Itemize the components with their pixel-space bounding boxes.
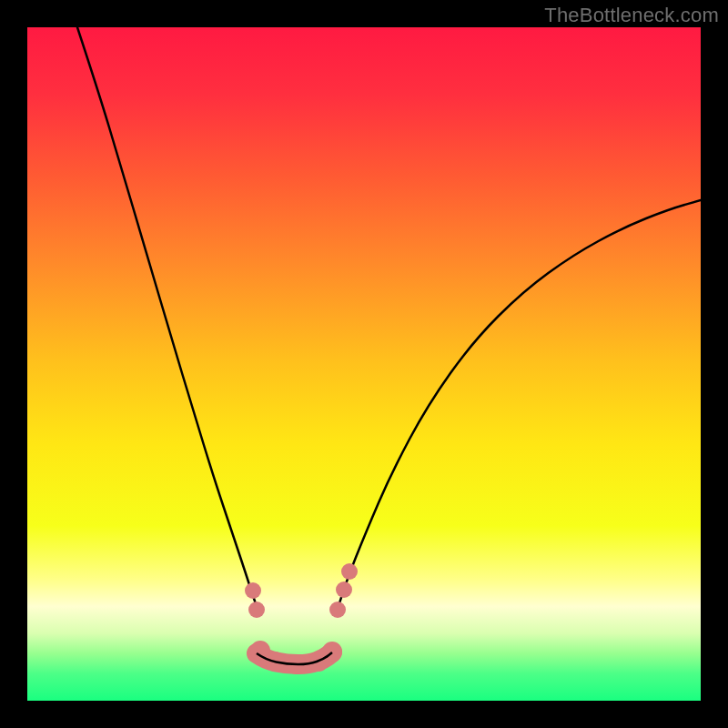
outer-frame: TheBottleneck.com [0, 0, 728, 728]
data-marker [341, 563, 358, 580]
watermark-text: TheBottleneck.com [544, 4, 719, 27]
curve-group [77, 27, 701, 664]
data-marker [329, 602, 346, 618]
data-marker [245, 582, 261, 599]
data-marker [336, 581, 352, 598]
marker-group [245, 563, 358, 674]
series-right-curve [339, 200, 701, 606]
data-marker [248, 602, 265, 618]
series-left-curve [77, 27, 257, 606]
plot-area [27, 27, 701, 701]
chart-svg [27, 27, 701, 701]
